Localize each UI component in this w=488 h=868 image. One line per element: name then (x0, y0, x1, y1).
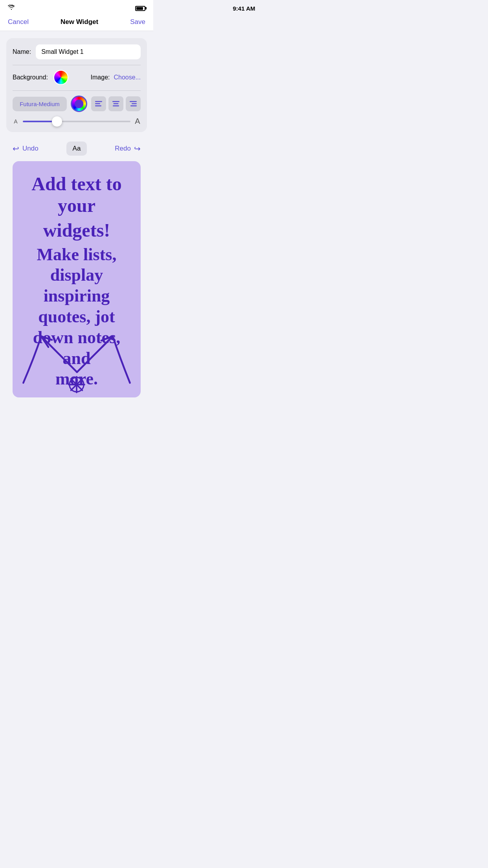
widget-preview[interactable]: Add text to your widgets! Make lists, di… (13, 161, 141, 397)
wifi-icon (8, 5, 15, 12)
svg-rect-3 (112, 101, 119, 102)
font-size-large-label: A (134, 117, 141, 126)
svg-rect-5 (113, 105, 119, 107)
svg-rect-0 (95, 101, 102, 102)
divider-1 (13, 65, 141, 65)
align-left-button[interactable] (91, 96, 106, 111)
text-color-picker[interactable] (71, 96, 87, 112)
redo-label: Redo (115, 145, 131, 153)
background-label: Background: (13, 74, 48, 81)
decorative-arrows (13, 311, 141, 397)
status-left (8, 5, 15, 12)
redo-icon: ↪ (134, 144, 141, 153)
save-button[interactable]: Save (130, 18, 145, 26)
choose-image-button[interactable]: Choose... (114, 74, 141, 81)
name-input[interactable] (36, 44, 141, 59)
font-size-row: A A (13, 117, 141, 126)
name-label: Name: (13, 48, 31, 55)
align-right-button[interactable] (126, 96, 141, 111)
font-picker-button[interactable]: Futura-Medium (13, 97, 67, 111)
svg-rect-7 (132, 103, 137, 105)
nav-title: New Widget (61, 18, 98, 26)
align-center-button[interactable] (108, 96, 123, 111)
font-row: Futura-Medium (13, 96, 141, 112)
status-right (135, 6, 145, 11)
undo-button[interactable]: ↩ Undo (13, 144, 39, 153)
toolbar-row: ↩ Undo Aa Redo ↪ (6, 138, 147, 161)
divider-2 (13, 90, 141, 91)
bg-image-row: Background: Image: Choose... (13, 70, 141, 85)
text-format-button[interactable]: Aa (66, 142, 87, 156)
svg-rect-4 (114, 103, 119, 105)
main-content: Name: Background: Image: Choose... Futur… (0, 31, 153, 397)
svg-rect-2 (95, 105, 101, 107)
image-label: Image: (91, 74, 110, 81)
font-size-small-label: A (13, 118, 19, 125)
svg-rect-6 (130, 101, 137, 102)
battery-fill (136, 7, 143, 10)
battery-icon (135, 6, 145, 11)
settings-card: Name: Background: Image: Choose... Futur… (6, 38, 147, 132)
preview-text-line1: Add text to your (20, 173, 133, 216)
nav-bar: Cancel New Widget Save (0, 14, 153, 31)
preview-text-line2: widgets! (20, 219, 133, 241)
background-color-picker[interactable] (53, 70, 68, 85)
text-align-group (91, 96, 141, 111)
cancel-button[interactable]: Cancel (8, 18, 29, 26)
undo-icon: ↩ (13, 144, 19, 153)
svg-rect-8 (130, 105, 137, 107)
preview-text-line3: Make lists, display (20, 245, 133, 286)
undo-label: Undo (22, 145, 39, 153)
font-size-slider[interactable] (23, 121, 130, 122)
name-row: Name: (13, 44, 141, 59)
status-bar: 9:41 AM (0, 0, 153, 14)
svg-rect-1 (95, 103, 100, 105)
redo-button[interactable]: Redo ↪ (115, 144, 141, 153)
